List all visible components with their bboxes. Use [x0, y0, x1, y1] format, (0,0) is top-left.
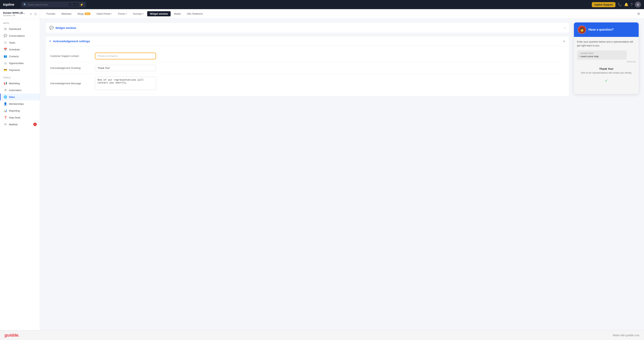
subnav-client-portal-label: Client Portal — [96, 12, 110, 15]
scheduler-icon: 📅 — [4, 48, 7, 51]
acknowledgement-message-label: Acknowledgement Message — [50, 82, 92, 85]
subnav-surveys[interactable]: Surveys ▾ — [130, 11, 146, 16]
acknowledgement-greeting-row: Acknowledgement Greeting — [50, 62, 564, 74]
reporting-icon: 📊 — [4, 109, 7, 112]
subnav-websites[interactable]: Websites — [59, 11, 74, 16]
sidebar-item-mailfold[interactable]: ✉ Mailfold 6 — [0, 121, 40, 128]
workspace-chevron-icon: ▾ — [30, 12, 32, 16]
avatar[interactable]: U — [635, 1, 641, 7]
topnav-right: topline Support 📞 🔔 ? U — [592, 1, 641, 7]
support-button[interactable]: topline Support — [592, 2, 616, 7]
acknowledgement-greeting-label: Acknowledgement Greeting — [50, 67, 92, 69]
chat-message-bubble: +19768778787 I need some help — [577, 50, 627, 60]
sidebar: Dunder Mifflin [D... Scranton, PA ▾ ⊟ Ap… — [0, 9, 40, 330]
surveys-chevron-icon: ▾ — [142, 12, 144, 15]
bell-icon[interactable]: 🔔 — [624, 2, 628, 7]
chat-preview-body: Enter your question below and a represen… — [574, 37, 639, 94]
settings-icon[interactable]: ⚙ — [637, 12, 640, 16]
payments-icon: 💳 — [4, 68, 7, 72]
opportunities-icon: ◎ — [4, 61, 7, 65]
subnav-url-redirects[interactable]: URL Redirects — [184, 11, 206, 16]
chat-message-text: I need some help — [580, 55, 624, 58]
acknowledgement-message-row: Acknowledgement Message One of our repre… — [50, 74, 564, 93]
mailfold-icon: ✉ — [4, 123, 7, 126]
client-portal-chevron-icon: ▾ — [111, 12, 112, 15]
widget-window-icon: 💬 — [49, 26, 54, 30]
sidebar-item-tasks[interactable]: ☑ Tasks — [0, 39, 40, 46]
widget-window-title: Widget window — [56, 26, 562, 29]
sidebar-item-payments[interactable]: 💳 Payments — [0, 67, 40, 73]
memberships-icon: 👤 — [4, 102, 7, 106]
sidebar-item-label: Marketing — [9, 82, 20, 85]
chat-avatar: 👩 — [578, 25, 586, 34]
sidebar-item-label: Contacts — [9, 55, 19, 58]
chat-avatar-image: 👩 — [578, 26, 586, 33]
subnav-url-redirects-label: URL Redirects — [187, 12, 203, 15]
sidebar-item-helpdesk[interactable]: ❓ Help Desk — [0, 114, 40, 121]
phone-icon[interactable]: 📞 — [618, 2, 622, 7]
workspace-selector[interactable]: Dunder Mifflin [D... Scranton, PA ▾ ⊟ — [0, 9, 40, 19]
subnav-client-portal[interactable]: Client Portal ▾ — [94, 11, 115, 16]
sidebar-item-label: Opportunities — [9, 62, 24, 65]
sidebar-item-marketing[interactable]: 📢 Marketing — [0, 80, 40, 87]
acknowledgement-greeting-input[interactable] — [95, 65, 156, 71]
sidebar-item-opportunities[interactable]: ◎ Opportunities — [0, 60, 40, 67]
search-icon: 🔍 — [24, 3, 26, 6]
widget-window-chevron-icon: › — [564, 26, 565, 29]
blogs-badge: New — [84, 12, 90, 15]
helpdesk-icon: ❓ — [4, 116, 7, 119]
acknowledgement-header[interactable]: ≡ Acknowledgement settings ∨ — [46, 36, 569, 46]
sidebar-item-dashboard[interactable]: ⊞ Dashboard — [0, 25, 40, 32]
lightning-icon: ⚡ — [80, 3, 84, 6]
chat-preview-header: 👩 Have a question? — [574, 22, 639, 37]
search-bar[interactable]: 🔍 Ctrl + K ⚡ — [21, 1, 86, 7]
left-panel: 💬 Widget window › ≡ Acknowledgement sett… — [45, 22, 569, 326]
acknowledgement-chevron-icon: ∨ — [563, 39, 565, 43]
sidebar-item-label: Scheduler — [9, 48, 20, 51]
contacts-icon: 👥 — [4, 55, 7, 58]
subnav-chat-widget[interactable]: Widget window — [147, 11, 170, 16]
footer: guidde. Made with guidde.com — [0, 330, 644, 340]
subnav: Funnels Websites Blogs New Client Portal… — [40, 9, 644, 19]
subnav-blogs[interactable]: Blogs New — [75, 11, 93, 16]
subnav-funnels[interactable]: Funnels — [44, 11, 58, 16]
chat-thank-you: Thank You! One of our representatives wi… — [577, 65, 636, 76]
sidebar-item-label: Mailfold — [9, 123, 18, 126]
chat-thank-you-message: One of our representatives will contact … — [577, 71, 636, 75]
workspace-name: Dunder Mifflin [D... — [3, 11, 25, 14]
acknowledgement-message-textarea[interactable]: One of our representatives will contact … — [95, 77, 156, 90]
main-layout: Dunder Mifflin [D... Scranton, PA ▾ ⊟ Ap… — [0, 9, 644, 330]
sidebar-item-label: Memberships — [9, 103, 24, 105]
customer-support-input[interactable] — [95, 53, 156, 59]
help-icon[interactable]: ? — [631, 3, 632, 7]
acknowledgement-icon: ≡ — [49, 39, 51, 43]
sidebar-item-contacts[interactable]: 👥 Contacts — [0, 53, 40, 60]
content-area: Funnels Websites Blogs New Client Portal… — [40, 9, 644, 330]
tasks-icon: ☑ — [4, 41, 7, 44]
sidebar-item-reporting[interactable]: 📊 Reporting — [0, 107, 40, 114]
dashboard-icon: ⊞ — [4, 27, 7, 31]
sidebar-item-conversations[interactable]: 💬 Conversations — [0, 32, 40, 39]
sidebar-item-label: Dashboard — [9, 27, 21, 30]
sidebar-item-automation[interactable]: ⚙ Automation — [0, 87, 40, 94]
sidebar-item-scheduler[interactable]: 📅 Scheduler — [0, 46, 40, 53]
chat-message-phone: +19768778787 — [580, 52, 624, 55]
subnav-forms[interactable]: Forms ▾ — [115, 11, 130, 16]
conversations-icon: 💬 — [4, 34, 7, 37]
forms-chevron-icon: ▾ — [126, 12, 127, 15]
subnav-media[interactable]: Media — [172, 11, 183, 16]
sidebar-item-label: Automation — [9, 89, 22, 92]
sidebar-toggle-icon[interactable]: ⊟ — [34, 12, 37, 16]
topnav: topline 🔍 Ctrl + K ⚡ topline Support 📞 🔔… — [0, 0, 644, 9]
chat-preview: 👩 Have a question? Enter your question b… — [574, 22, 639, 94]
search-input[interactable] — [28, 3, 68, 6]
footer-tagline: Made with guidde.com — [613, 334, 640, 337]
topnav-logo: topline — [3, 3, 14, 7]
subnav-media-label: Media — [174, 12, 181, 15]
sidebar-item-memberships[interactable]: 👤 Memberships — [0, 100, 40, 107]
widget-window-section[interactable]: 💬 Widget window › — [45, 22, 569, 33]
right-panel: 👩 Have a question? Enter your question b… — [574, 22, 639, 326]
acknowledgement-title: Acknowledgement settings — [53, 39, 561, 43]
sidebar-item-sites[interactable]: 🌐 Sites — [0, 94, 40, 100]
sidebar-item-label: Help Desk — [9, 116, 20, 119]
